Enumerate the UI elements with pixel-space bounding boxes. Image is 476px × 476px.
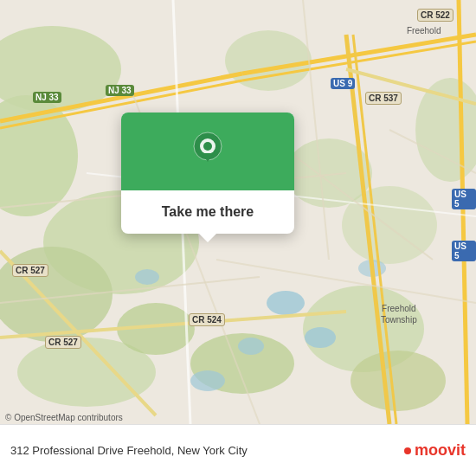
svg-point-19 <box>190 370 225 391</box>
svg-point-16 <box>305 327 336 348</box>
pin-icon <box>190 131 225 172</box>
svg-point-18 <box>135 269 159 285</box>
address-label: 312 Professional Drive Freehold, New Yor… <box>10 444 404 457</box>
moovit-logo-text: moovit <box>415 441 466 460</box>
route-cr527-1: CR 527 <box>12 264 48 277</box>
route-us5-2: US 5 <box>452 241 476 261</box>
tooltip-green-header <box>121 113 294 190</box>
map-attribution: © OpenStreetMap contributors <box>5 413 123 422</box>
svg-point-17 <box>238 338 264 355</box>
tooltip-popup: Take me there <box>121 113 294 234</box>
route-cr537: CR 537 <box>365 92 402 105</box>
route-cr524: CR 524 <box>189 313 225 326</box>
bottom-bar: 312 Professional Drive Freehold, New Yor… <box>0 424 476 476</box>
svg-point-42 <box>203 142 212 151</box>
moovit-logo: moovit <box>404 441 466 460</box>
route-nj33-1: NJ 33 <box>33 92 61 103</box>
route-us5-1: US 5 <box>452 189 476 209</box>
svg-point-15 <box>267 291 305 315</box>
route-cr522: CR 522 <box>417 9 453 22</box>
place-freehold-township: FreeholdTownship <box>381 303 417 325</box>
svg-point-13 <box>351 351 446 411</box>
route-nj33-2: NJ 33 <box>106 85 134 96</box>
map-container: NJ 33 NJ 33 CR 527 CR 527 CR 524 CR 522 … <box>0 0 476 424</box>
route-us9: US 9 <box>331 78 355 89</box>
route-cr527-2: CR 527 <box>45 336 81 349</box>
moovit-dot <box>404 447 411 454</box>
take-me-there-button[interactable]: Take me there <box>155 201 261 223</box>
place-freehold: Freehold <box>407 26 441 35</box>
